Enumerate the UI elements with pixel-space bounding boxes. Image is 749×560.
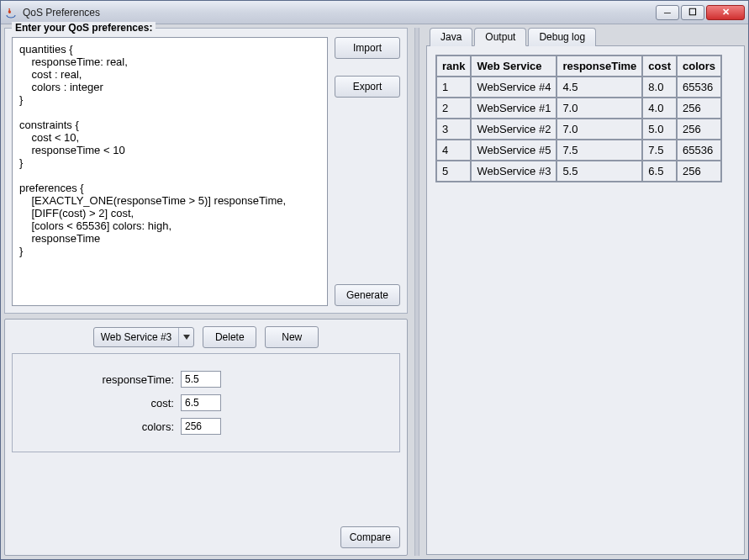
cell-colors: 65536 (677, 77, 721, 98)
cell-ws: WebService #5 (471, 140, 556, 161)
webservice-form: responseTime: cost: colors: (12, 353, 400, 452)
preferences-legend: Enter your QoS preferences: (12, 22, 156, 34)
close-button[interactable]: ✕ (706, 5, 745, 20)
left-pane: Enter your QoS preferences: Import Expor… (4, 28, 408, 556)
cell-rank: 5 (436, 161, 471, 182)
main-splitter: Enter your QoS preferences: Import Expor… (4, 28, 745, 556)
new-button[interactable]: New (265, 326, 319, 348)
generate-button[interactable]: Generate (335, 284, 400, 306)
cell-rank: 2 (436, 98, 471, 119)
window-title: QoS Preferences (23, 7, 656, 18)
table-row: 5 WebService #3 5.5 6.5 256 (436, 161, 721, 182)
cell-colors: 256 (677, 161, 721, 182)
java-icon (4, 6, 18, 19)
tab-bar: Java Output Debug log (426, 28, 745, 46)
cell-rt: 4.5 (556, 77, 642, 98)
cell-cost: 4.0 (642, 98, 677, 119)
header-responsetime: responseTime (556, 55, 642, 77)
cell-ws: WebService #4 (471, 77, 556, 98)
window-controls: ─ ☐ ✕ (656, 5, 745, 20)
webservice-panel: Web Service #3 Delete New responseTime: (4, 319, 408, 556)
header-rank: rank (436, 55, 471, 77)
table-row: 4 WebService #5 7.5 7.5 65536 (436, 140, 721, 161)
responsetime-label: responseTime: (23, 373, 174, 386)
header-colors: colors (677, 55, 721, 77)
right-pane: Java Output Debug log rank Web Service r… (426, 28, 745, 556)
cell-rt: 7.0 (556, 119, 642, 140)
cost-input[interactable] (181, 394, 221, 411)
header-cost: cost (642, 55, 677, 77)
cell-ws: WebService #2 (471, 119, 556, 140)
cell-colors: 256 (677, 98, 721, 119)
cell-cost: 5.0 (642, 119, 677, 140)
content-area: Enter your QoS preferences: Import Expor… (1, 24, 748, 559)
preferences-textarea[interactable] (12, 37, 328, 306)
tab-output[interactable]: Output (474, 28, 526, 46)
table-row: 1 WebService #4 4.5 8.0 65536 (436, 77, 721, 98)
preferences-group: Enter your QoS preferences: Import Expor… (4, 28, 408, 314)
cell-cost: 7.5 (642, 140, 677, 161)
split-handle[interactable] (414, 28, 419, 556)
cell-ws: WebService #3 (471, 161, 556, 182)
preferences-buttons: Import Export Generate (335, 37, 400, 306)
header-webservice: Web Service (471, 55, 556, 77)
colors-row: colors: (23, 418, 389, 435)
tab-java[interactable]: Java (430, 28, 472, 46)
responsetime-input[interactable] (181, 371, 221, 388)
cell-rt: 7.0 (556, 98, 642, 119)
tab-content: rank Web Service responseTime cost color… (426, 45, 745, 555)
import-button[interactable]: Import (335, 37, 400, 59)
cell-ws: WebService #1 (471, 98, 556, 119)
app-window: QoS Preferences ─ ☐ ✕ Enter your QoS pre… (0, 0, 749, 560)
colors-label: colors: (23, 420, 174, 433)
maximize-button[interactable]: ☐ (681, 5, 704, 20)
cell-cost: 6.5 (642, 161, 677, 182)
chevron-down-icon (178, 328, 193, 346)
compare-button[interactable]: Compare (340, 526, 400, 548)
export-button[interactable]: Export (335, 76, 400, 98)
cell-rank: 4 (436, 140, 471, 161)
responsetime-row: responseTime: (23, 371, 389, 388)
cost-row: cost: (23, 394, 389, 411)
cell-colors: 256 (677, 119, 721, 140)
table-row: 2 WebService #1 7.0 4.0 256 (436, 98, 721, 119)
titlebar: QoS Preferences ─ ☐ ✕ (1, 1, 748, 24)
cell-rt: 7.5 (556, 140, 642, 161)
table-header-row: rank Web Service responseTime cost color… (436, 55, 721, 77)
colors-input[interactable] (181, 418, 221, 435)
output-tbody: 1 WebService #4 4.5 8.0 65536 2 WebServi… (436, 77, 721, 182)
compare-row: Compare (12, 518, 400, 548)
output-table: rank Web Service responseTime cost color… (435, 55, 722, 182)
table-row: 3 WebService #2 7.0 5.0 256 (436, 119, 721, 140)
cell-cost: 8.0 (642, 77, 677, 98)
webservice-select[interactable]: Web Service #3 (93, 327, 195, 347)
minimize-button[interactable]: ─ (656, 5, 679, 20)
cell-colors: 65536 (677, 140, 721, 161)
webservice-toolbar: Web Service #3 Delete New (12, 326, 400, 348)
cell-rank: 3 (436, 119, 471, 140)
webservice-select-value: Web Service #3 (94, 331, 179, 343)
cell-rank: 1 (436, 77, 471, 98)
cell-rt: 5.5 (556, 161, 642, 182)
delete-button[interactable]: Delete (203, 326, 256, 348)
tab-debug-log[interactable]: Debug log (528, 28, 596, 46)
cost-label: cost: (23, 397, 174, 409)
